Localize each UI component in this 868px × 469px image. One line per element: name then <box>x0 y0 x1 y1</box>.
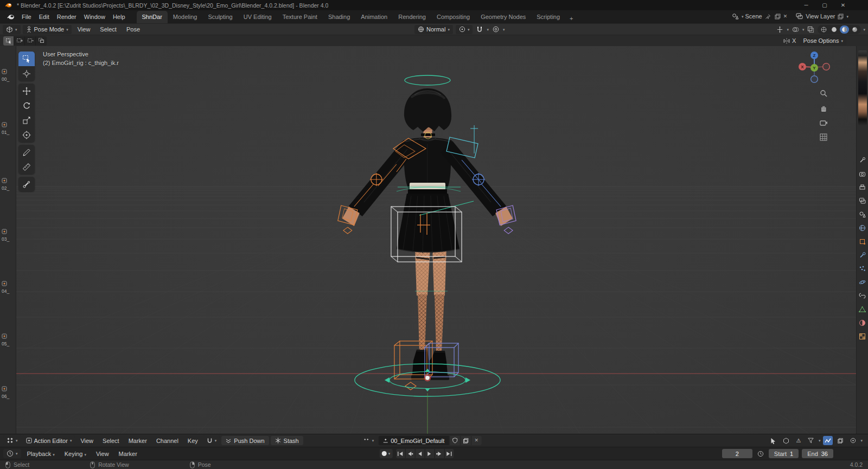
tab-particles[interactable] <box>858 264 867 273</box>
tool-rotate[interactable] <box>18 98 35 113</box>
snap-chevron[interactable]: ▾ <box>487 28 489 31</box>
jump-to-start-button[interactable] <box>395 449 405 458</box>
unlink-action-button[interactable]: ✕ <box>471 436 481 445</box>
nla-action-line-icon[interactable] <box>823 436 833 445</box>
workspace-tab-sculpting[interactable]: Sculpting <box>202 11 238 23</box>
mirror-axis-toggle[interactable]: X <box>783 37 796 44</box>
blender-menu-button[interactable] <box>3 14 18 20</box>
close-button[interactable]: ✕ <box>834 0 852 10</box>
new-scene-icon[interactable] <box>774 13 782 20</box>
properties-tab-strip[interactable] <box>856 46 868 434</box>
select-mode-set-button[interactable] <box>3 36 14 46</box>
tool-annotate[interactable] <box>18 145 35 159</box>
left-channel-strip[interactable]: 00_ 01_ 02_ 03_ 04_ 05_ 06_ <box>0 46 16 434</box>
tab-physics[interactable] <box>858 278 867 286</box>
tab-constraints[interactable] <box>858 291 867 300</box>
menu-select[interactable]: Select <box>96 25 120 34</box>
workspace-tab-modeling[interactable]: Modeling <box>168 11 203 23</box>
dope-editor-type-button[interactable]: ▾ <box>3 436 21 445</box>
list-item[interactable]: 04_ <box>2 281 16 294</box>
new-view-layer-icon[interactable] <box>837 13 845 20</box>
list-item[interactable]: 03_ <box>2 229 16 242</box>
list-item[interactable]: 01_ <box>2 122 16 135</box>
workspace-tab-animation[interactable]: Animation <box>355 11 393 23</box>
minimize-button[interactable]: ─ <box>797 0 815 10</box>
menu-pose[interactable]: Pose <box>123 25 144 34</box>
fake-user-button[interactable] <box>450 436 459 445</box>
filter-chevron[interactable]: ▾ <box>819 439 821 442</box>
tool-measure[interactable] <box>18 159 35 174</box>
camera-view-icon[interactable] <box>819 118 828 127</box>
editor-type-button[interactable]: ▾ <box>3 25 21 34</box>
next-keyframe-button[interactable] <box>435 449 444 458</box>
play-button[interactable] <box>425 449 434 458</box>
navigation-gizmo[interactable]: Z X Y <box>796 49 832 86</box>
unlink-scene-button[interactable]: ✕ <box>783 14 788 19</box>
overlays-icon[interactable] <box>791 25 800 34</box>
only-errors-icon[interactable]: ⚠ <box>794 436 803 445</box>
tool-move[interactable] <box>18 83 35 98</box>
timeline-menu-playback[interactable]: Playback ▾ <box>23 449 59 458</box>
current-frame-field[interactable]: 2 <box>722 449 752 458</box>
tab-scene[interactable] <box>858 210 867 219</box>
pose-options-dropdown[interactable]: Pose Options ▾ <box>800 36 846 46</box>
gizmos-icon[interactable] <box>775 25 784 34</box>
mode-dropdown[interactable]: Pose Mode ▾ <box>23 25 72 34</box>
orientation-dropdown[interactable]: Normal ▾ <box>414 25 453 34</box>
workspace-tab-texture-paint[interactable]: Texture Paint <box>277 11 323 23</box>
workspace-tab-shndar[interactable]: ShnDar <box>137 11 168 23</box>
menu-render[interactable]: Render <box>53 12 80 22</box>
pan-hand-icon[interactable] <box>819 103 828 113</box>
tab-view-layer[interactable] <box>858 196 867 205</box>
tab-output[interactable] <box>858 183 867 191</box>
workspace-tab-uv-editing[interactable]: UV Editing <box>238 11 277 23</box>
snap-magnet-icon[interactable] <box>475 25 484 34</box>
only-selected-icon[interactable] <box>769 436 778 445</box>
gizmos-chevron[interactable]: ▾ <box>787 28 789 31</box>
shading-chevron[interactable]: ▾ <box>863 28 865 31</box>
menu-file[interactable]: File <box>18 12 35 22</box>
new-action-button[interactable] <box>461 436 470 445</box>
scene-browse-chevron[interactable]: ▾ <box>742 15 744 18</box>
tool-select-box[interactable] <box>18 52 35 66</box>
pin-icon[interactable] <box>764 13 772 20</box>
push-down-button[interactable]: Push Down <box>221 436 269 445</box>
stash-button[interactable]: Stash <box>271 436 303 445</box>
shading-wireframe-button[interactable] <box>819 25 828 34</box>
snap-mode-dropdown[interactable]: ▾ <box>203 436 220 445</box>
timeline-menu-view[interactable]: View <box>92 449 113 458</box>
tab-texture[interactable] <box>858 332 867 340</box>
tab-material[interactable] <box>858 318 867 327</box>
action-name-field[interactable]: 00_EmoGirl_Default <box>378 436 449 445</box>
menu-view[interactable]: View <box>74 25 94 34</box>
proportional-toggle-icon[interactable] <box>848 436 858 445</box>
zoom-icon[interactable] <box>819 88 828 98</box>
action-editor-mode-dropdown[interactable]: Action Editor ▾ <box>23 436 75 445</box>
browse-action-button[interactable]: ▾ <box>361 436 378 445</box>
dope-menu-marker[interactable]: Marker <box>125 436 151 445</box>
auto-keying-toggle[interactable]: ▾ <box>380 449 393 458</box>
view-layer-name[interactable]: View Layer <box>806 13 835 20</box>
maximize-button[interactable]: ▢ <box>815 0 834 10</box>
play-reverse-button[interactable] <box>415 449 424 458</box>
overlays-chevron[interactable]: ▾ <box>802 28 805 31</box>
tool-cursor[interactable] <box>18 66 35 81</box>
tab-object[interactable] <box>858 237 867 246</box>
tab-world[interactable] <box>858 223 867 232</box>
proportional-chevron[interactable]: ▾ <box>503 28 505 31</box>
list-item[interactable]: 05_ <box>2 333 16 346</box>
tab-render[interactable] <box>858 169 867 178</box>
use-preview-range-icon[interactable] <box>756 449 765 458</box>
pivot-dropdown[interactable]: ▾ <box>456 25 473 34</box>
show-hidden-icon[interactable] <box>781 436 791 445</box>
list-item[interactable]: 06_ <box>2 386 16 399</box>
tool-pose-breakdowner[interactable] <box>18 177 35 191</box>
menu-help[interactable]: Help <box>109 12 129 22</box>
dope-menu-view[interactable]: View <box>76 436 97 445</box>
shading-rendered-button[interactable] <box>850 25 859 34</box>
tab-modifiers[interactable] <box>858 250 867 259</box>
copy-icon[interactable] <box>835 436 845 445</box>
select-mode-intersect-button[interactable] <box>36 36 47 46</box>
workspace-tab-scripting[interactable]: Scripting <box>531 11 565 23</box>
prev-keyframe-button[interactable] <box>405 449 414 458</box>
